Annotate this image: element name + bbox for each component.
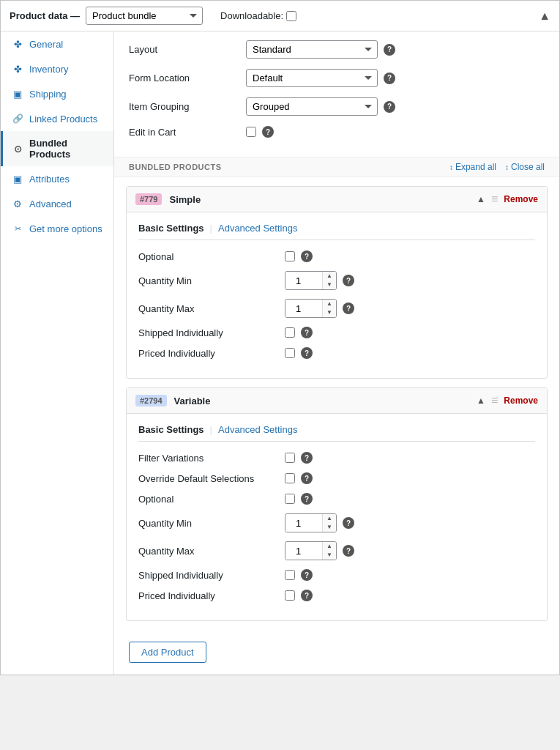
tab-basic-settings-779[interactable]: Basic Settings — [138, 223, 204, 240]
shipped-individually-help-779[interactable]: ? — [301, 327, 313, 338]
quantity-min-control-779: ▲ ▼ ? — [285, 271, 354, 290]
quantity-max-help-2794[interactable]: ? — [343, 545, 354, 557]
quantity-max-up-2794[interactable]: ▲ — [323, 542, 336, 551]
optional-checkbox-779[interactable] — [285, 251, 295, 261]
linked-products-icon: 🔗 — [12, 113, 23, 125]
bundle-remove-2794[interactable]: Remove — [504, 396, 538, 406]
quantity-min-help-779[interactable]: ? — [343, 275, 354, 286]
expand-all-icon: ↕ — [449, 163, 453, 171]
expand-all-link[interactable]: ↕ Expand all — [449, 162, 496, 172]
edit-in-cart-control: ? — [246, 126, 274, 138]
sidebar-label-attributes: Attributes — [29, 174, 70, 185]
sidebar-item-general[interactable]: ✤ General — [1, 31, 113, 56]
override-defaults-row-2794: Override Default Selections ? — [138, 472, 535, 484]
shipped-individually-label-2794: Shipped Individually — [138, 570, 285, 581]
quantity-min-input-779[interactable] — [285, 272, 322, 289]
shipped-individually-control-2794: ? — [285, 569, 313, 581]
override-defaults-control-2794: ? — [285, 472, 313, 484]
item-grouping-label: Item Grouping — [129, 101, 246, 112]
layout-select[interactable]: Standard Tabbed Accordion — [246, 40, 378, 59]
sidebar-item-advanced[interactable]: ⚙ Advanced — [1, 191, 113, 216]
bundle-collapse-arrow-779[interactable]: ▲ — [477, 194, 485, 204]
edit-in-cart-checkbox[interactable] — [246, 127, 256, 137]
sidebar-item-inventory[interactable]: ✤ Inventory — [1, 56, 113, 81]
quantity-min-label-779: Quantity Min — [138, 275, 285, 286]
priced-individually-help-779[interactable]: ? — [301, 347, 313, 359]
priced-individually-help-2794[interactable]: ? — [301, 590, 313, 601]
sidebar-item-shipping[interactable]: ▣ Shipping — [1, 81, 113, 106]
quantity-max-control-779: ▲ ▼ ? — [285, 299, 354, 318]
bundle-collapse-arrow-2794[interactable]: ▲ — [477, 396, 485, 406]
quantity-min-down-2794[interactable]: ▼ — [323, 523, 336, 532]
quantity-min-row-779: Quantity Min ▲ ▼ ? — [138, 271, 535, 290]
bundled-actions: ↕ Expand all ↕ Close all — [449, 162, 545, 172]
filter-variations-help-2794[interactable]: ? — [301, 452, 313, 464]
item-grouping-select[interactable]: Grouped Ungrouped — [246, 97, 378, 116]
sidebar-item-attributes[interactable]: ▣ Attributes — [1, 166, 113, 191]
shipped-individually-control-779: ? — [285, 327, 313, 338]
quantity-max-up-779[interactable]: ▲ — [323, 300, 336, 308]
quantity-max-row-2794: Quantity Max ▲ ▼ ? — [138, 541, 535, 560]
shipped-individually-checkbox-2794[interactable] — [285, 570, 295, 580]
optional-help-2794[interactable]: ? — [301, 493, 313, 505]
expand-all-label: Expand all — [455, 162, 496, 172]
quantity-max-input-wrap-779: ▲ ▼ — [285, 299, 337, 318]
content-area: Layout Standard Tabbed Accordion ? Form … — [114, 31, 559, 675]
quantity-max-input-2794[interactable] — [285, 543, 322, 560]
sidebar: ✤ General ✤ Inventory ▣ Shipping 🔗 Linke… — [1, 31, 114, 675]
quantity-min-help-2794[interactable]: ? — [343, 517, 354, 529]
add-product-button[interactable]: Add Product — [129, 642, 206, 663]
priced-individually-label-779: Priced Individually — [138, 348, 285, 359]
downloadable-checkbox[interactable] — [286, 11, 296, 21]
sidebar-item-bundled-products[interactable]: ⊙ Bundled Products — [1, 131, 113, 166]
override-defaults-help-2794[interactable]: ? — [301, 472, 313, 484]
quantity-min-spinners-2794: ▲ ▼ — [322, 514, 336, 532]
close-all-link[interactable]: ↕ Close all — [505, 162, 545, 172]
priced-individually-checkbox-2794[interactable] — [285, 590, 295, 601]
bundle-item-name-779: Simple — [169, 194, 469, 205]
shipped-individually-checkbox-779[interactable] — [285, 327, 295, 338]
tab-advanced-settings-779[interactable]: Advanced Settings — [218, 223, 297, 240]
bundle-remove-779[interactable]: Remove — [504, 194, 538, 204]
quantity-max-input-779[interactable] — [285, 300, 322, 317]
shipped-individually-help-2794[interactable]: ? — [301, 569, 313, 581]
sidebar-item-get-more-options[interactable]: ✂ Get more options — [1, 216, 113, 241]
quantity-min-up-779[interactable]: ▲ — [323, 272, 336, 281]
layout-help-icon[interactable]: ? — [384, 44, 395, 56]
sidebar-item-linked-products[interactable]: 🔗 Linked Products — [1, 106, 113, 131]
bundle-drag-handle-2794[interactable]: ≡ — [491, 394, 498, 407]
override-defaults-label-2794: Override Default Selections — [138, 473, 285, 484]
optional-checkbox-2794[interactable] — [285, 494, 295, 504]
optional-help-779[interactable]: ? — [301, 250, 313, 262]
quantity-max-down-779[interactable]: ▼ — [323, 308, 336, 317]
override-defaults-checkbox-2794[interactable] — [285, 473, 295, 483]
quantity-max-down-2794[interactable]: ▼ — [323, 551, 336, 560]
tab-advanced-settings-2794[interactable]: Advanced Settings — [218, 424, 297, 441]
bundled-products-header: BUNDLED PRODUCTS ↕ Expand all ↕ Close al… — [114, 157, 559, 177]
quantity-max-help-779[interactable]: ? — [343, 302, 354, 314]
bundle-item-controls-779: ▲ ≡ Remove — [477, 193, 538, 206]
sidebar-label-linked-products: Linked Products — [29, 114, 97, 125]
bundle-drag-handle-779[interactable]: ≡ — [491, 193, 498, 206]
filter-variations-checkbox-2794[interactable] — [285, 453, 295, 463]
item-grouping-help-icon[interactable]: ? — [384, 101, 395, 113]
quantity-min-up-2794[interactable]: ▲ — [323, 514, 336, 523]
collapse-button[interactable]: ▲ — [539, 10, 550, 23]
product-data-panel: Product data — Product bundle Downloadab… — [0, 0, 560, 675]
bundle-id-badge-2794: #2794 — [135, 395, 167, 406]
get-more-icon: ✂ — [12, 223, 23, 234]
shipped-individually-row-2794: Shipped Individually ? — [138, 569, 535, 581]
tab-basic-settings-2794[interactable]: Basic Settings — [138, 424, 204, 441]
form-location-select[interactable]: Default Before cart After cart — [246, 69, 378, 87]
form-location-help-icon[interactable]: ? — [384, 73, 395, 84]
quantity-min-input-2794[interactable] — [285, 515, 322, 532]
priced-individually-checkbox-779[interactable] — [285, 348, 295, 358]
bundled-products-icon: ⊙ — [12, 143, 23, 155]
form-location-row: Form Location Default Before cart After … — [129, 69, 545, 87]
product-type-select[interactable]: Product bundle — [86, 7, 203, 25]
item-grouping-control: Grouped Ungrouped ? — [246, 97, 395, 116]
quantity-max-label-779: Quantity Max — [138, 303, 285, 314]
shipped-individually-label-779: Shipped Individually — [138, 327, 285, 338]
quantity-min-down-779[interactable]: ▼ — [323, 281, 336, 289]
edit-in-cart-help-icon[interactable]: ? — [262, 126, 274, 138]
